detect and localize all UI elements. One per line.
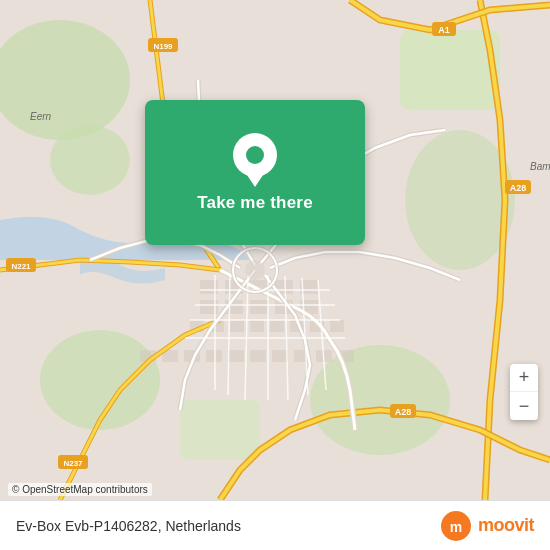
moovit-logo: m moovit (440, 510, 534, 542)
svg-rect-20 (230, 320, 244, 332)
zoom-out-button[interactable]: − (510, 392, 538, 420)
zoom-in-button[interactable]: + (510, 364, 538, 392)
svg-rect-7 (180, 400, 260, 460)
svg-rect-32 (272, 350, 288, 362)
svg-point-5 (40, 330, 160, 430)
pin-circle (233, 133, 277, 177)
pin-tail (247, 175, 263, 187)
location-pin (233, 133, 277, 185)
svg-text:A28: A28 (510, 183, 527, 193)
svg-text:Eern: Eern (30, 111, 52, 122)
svg-text:N237: N237 (63, 459, 83, 468)
zoom-controls: + − (510, 364, 538, 420)
svg-rect-30 (228, 350, 244, 362)
svg-text:N199: N199 (153, 42, 173, 51)
map-container: A1 A28 A28 N199 N221 N237 Bam Eern Take … (0, 0, 550, 500)
svg-rect-31 (250, 350, 266, 362)
svg-rect-21 (250, 320, 264, 332)
svg-rect-13 (250, 300, 268, 314)
svg-point-2 (50, 125, 130, 195)
svg-text:Bam: Bam (530, 161, 550, 172)
svg-text:A28: A28 (395, 407, 412, 417)
svg-point-49 (245, 260, 265, 280)
map-attribution: © OpenStreetMap contributors (8, 483, 152, 496)
svg-rect-29 (206, 350, 222, 362)
location-panel[interactable]: Take me there (145, 100, 365, 245)
svg-rect-25 (330, 320, 344, 332)
svg-text:m: m (450, 519, 462, 535)
moovit-brand-label: moovit (478, 515, 534, 536)
take-me-there-label: Take me there (197, 193, 313, 213)
svg-text:N221: N221 (11, 262, 31, 271)
svg-rect-22 (270, 320, 284, 332)
footer: Ev-Box Evb-P1406282, Netherlands m moovi… (0, 500, 550, 550)
map-svg: A1 A28 A28 N199 N221 N237 Bam Eern (0, 0, 550, 500)
footer-location: Ev-Box Evb-P1406282, Netherlands (16, 518, 241, 534)
moovit-icon: m (440, 510, 472, 542)
pin-inner (246, 146, 264, 164)
svg-text:A1: A1 (438, 25, 450, 35)
